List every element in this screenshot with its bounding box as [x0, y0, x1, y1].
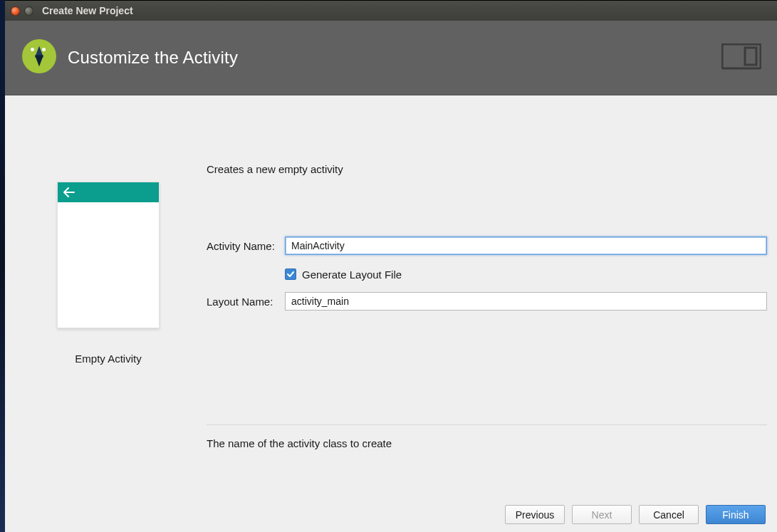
activity-preview: Empty Activity [57, 182, 160, 365]
wizard-content: Empty Activity Creates a new empty activ… [5, 95, 777, 505]
tablet-icon [721, 43, 761, 72]
dialog-window: Create New Project Customize the Activit… [5, 0, 777, 532]
previous-button[interactable]: Previous [505, 505, 565, 524]
activity-name-label: Activity Name: [207, 240, 285, 252]
form-description: Creates a new empty activity [207, 163, 767, 175]
activity-form: Creates a new empty activity Activity Na… [207, 163, 767, 320]
layout-name-label: Layout Name: [207, 296, 285, 308]
generate-layout-label: Generate Layout File [302, 268, 402, 281]
next-button: Next [572, 505, 632, 524]
close-icon[interactable] [11, 6, 20, 16]
desktop-edge [0, 0, 5, 532]
svg-rect-1 [745, 48, 756, 65]
checkmark-icon [286, 270, 295, 278]
wizard-step-title: Customize the Activity [68, 48, 238, 68]
wizard-header: Customize the Activity [5, 21, 777, 95]
layout-name-row: Layout Name: [207, 291, 767, 312]
finish-button[interactable]: Finish [706, 505, 766, 524]
activity-preview-label: Empty Activity [57, 353, 160, 365]
window-controls [11, 6, 33, 16]
wizard-footer: Previous Next Cancel Finish [5, 505, 777, 532]
activity-name-input[interactable] [285, 236, 767, 255]
activity-preview-appbar [58, 182, 159, 202]
field-hint: The name of the activity class to create [207, 437, 392, 449]
minimize-icon[interactable] [24, 6, 33, 16]
titlebar[interactable]: Create New Project [5, 1, 777, 21]
layout-name-input[interactable] [285, 292, 767, 311]
back-arrow-icon [63, 187, 75, 197]
generate-layout-row: Generate Layout File [207, 265, 767, 283]
android-studio-logo-icon [21, 39, 58, 76]
activity-preview-card [57, 182, 160, 328]
cancel-button[interactable]: Cancel [639, 505, 699, 524]
window-title: Create New Project [42, 5, 133, 16]
generate-layout-checkbox[interactable] [285, 268, 296, 280]
separator [207, 424, 767, 425]
activity-name-row: Activity Name: [207, 235, 767, 256]
